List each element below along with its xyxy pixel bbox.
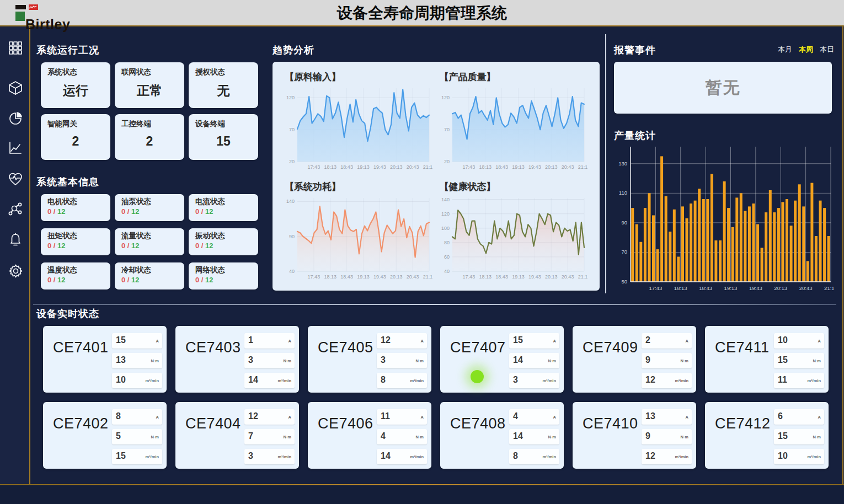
svg-text:20:13: 20:13 xyxy=(390,164,403,170)
info-card: 扭矩状态0 / 12 xyxy=(41,228,110,255)
svg-text:20:13: 20:13 xyxy=(544,274,557,280)
info-card: 油泵状态0 / 12 xyxy=(115,194,184,221)
info-card: 温度状态0 / 12 xyxy=(41,262,110,289)
trend-line-icon[interactable] xyxy=(7,140,24,156)
svg-text:18:43: 18:43 xyxy=(340,274,353,280)
svg-text:21:13: 21:13 xyxy=(423,164,432,170)
device-name: CE7401 xyxy=(53,339,109,356)
metric-value: 13 xyxy=(645,411,655,421)
device-card-CE7405[interactable]: CE740512A3N·m8m³/min xyxy=(308,326,431,393)
info-card: 振动状态0 / 12 xyxy=(189,228,258,255)
pie-chart-icon[interactable] xyxy=(7,110,24,127)
device-metric-row: 4N·m xyxy=(377,429,427,444)
svg-text:20: 20 xyxy=(289,159,295,164)
metric-value: 15 xyxy=(116,451,126,461)
device-metric-row: 13N·m xyxy=(112,353,162,368)
svg-text:21:13: 21:13 xyxy=(824,285,834,291)
metric-value: 12 xyxy=(645,375,655,385)
metric-unit: A xyxy=(818,415,821,420)
device-metric-row: 3N·m xyxy=(244,353,295,368)
device-metric-row: 5N·m xyxy=(112,429,162,444)
chart-title: 【健康状态】 xyxy=(440,180,592,193)
status-card-value: 运行 xyxy=(47,82,104,99)
info-card-label: 扭矩状态 xyxy=(47,231,104,241)
metric-unit: N·m xyxy=(548,358,556,363)
metric-value: 1 xyxy=(248,335,253,345)
device-card-CE7411[interactable]: CE741110A15N·m11m³/min xyxy=(705,326,829,393)
metric-unit: A xyxy=(289,415,291,420)
device-card-CE7402[interactable]: CE74028A5N·m15m³/min xyxy=(43,402,167,469)
section-title-system-status: 系统运行工况 xyxy=(36,44,99,57)
svg-text:20:43: 20:43 xyxy=(799,285,813,291)
device-card-CE7412[interactable]: CE74126A15N·m10m³/min xyxy=(705,402,829,469)
health-monitor-icon[interactable] xyxy=(7,171,24,187)
metric-value: 3 xyxy=(513,375,518,385)
svg-text:19:43: 19:43 xyxy=(528,274,541,280)
svg-text:70: 70 xyxy=(289,127,295,132)
svg-text:18:43: 18:43 xyxy=(340,164,353,170)
metric-unit: A xyxy=(156,415,159,420)
chart-title: 【原料输入】 xyxy=(285,71,437,83)
info-card-value: 0 / 12 xyxy=(47,276,104,284)
metric-unit: m³/min xyxy=(675,454,688,459)
svg-text:17:43: 17:43 xyxy=(308,164,320,170)
alarm-period-tabs: 本月本周本日 xyxy=(614,45,834,55)
settings-gear-icon[interactable] xyxy=(7,262,24,279)
device-card-CE7409[interactable]: CE74092A9N·m12m³/min xyxy=(573,326,696,393)
device-card-CE7401[interactable]: CE740115A13N·m10m³/min xyxy=(43,326,167,393)
device-card-CE7408[interactable]: CE74084A14N·m8m³/min xyxy=(440,402,564,469)
device-name: CE7406 xyxy=(318,415,373,432)
device-card-CE7403[interactable]: CE74031A3N·m14m³/min xyxy=(175,326,299,393)
device-metric-row: 8A xyxy=(112,409,162,425)
device-card-CE7410[interactable]: CE741013A9N·m12m³/min xyxy=(573,402,696,469)
info-card: 流量状态0 / 12 xyxy=(115,228,184,255)
metric-unit: A xyxy=(553,339,556,344)
svg-text:20: 20 xyxy=(444,159,449,164)
svg-text:110: 110 xyxy=(619,190,627,196)
svg-text:18:13: 18:13 xyxy=(324,274,336,280)
metric-unit: N·m xyxy=(283,358,291,363)
status-card-value: 15 xyxy=(195,134,252,149)
device-card-CE7406[interactable]: CE740611A4N·m14m³/min xyxy=(308,402,431,469)
alarm-tab-本日[interactable]: 本日 xyxy=(820,45,834,55)
metric-unit: N·m xyxy=(548,435,556,439)
topology-icon[interactable] xyxy=(7,200,24,217)
device-card-CE7407[interactable]: CE740715A14N·m3m³/min xyxy=(440,326,564,393)
device-card-CE7404[interactable]: CE740412A7N·m3m³/min xyxy=(175,402,299,469)
gold-divider-bottom xyxy=(0,484,844,485)
svg-text:17:43: 17:43 xyxy=(462,164,475,170)
svg-text:17:43: 17:43 xyxy=(649,285,662,291)
device-metric-row: 12A xyxy=(377,333,427,348)
metric-unit: N·m xyxy=(151,435,159,439)
info-card: 电机状态0 / 12 xyxy=(41,194,110,221)
metric-value: 4 xyxy=(381,431,386,441)
device-metric-row: 8m³/min xyxy=(509,449,559,464)
status-card: 联网状态正常 xyxy=(115,62,184,108)
page-title: 设备全寿命周期管理系统 xyxy=(0,3,844,24)
device-metric-row: 12A xyxy=(244,409,295,425)
svg-text:18:43: 18:43 xyxy=(699,285,712,291)
status-card-label: 系统状态 xyxy=(47,67,104,77)
info-card-value: 0 / 12 xyxy=(47,242,104,250)
info-card-label: 油泵状态 xyxy=(121,197,178,207)
metric-value: 12 xyxy=(381,335,391,345)
metric-unit: N·m xyxy=(415,435,424,439)
status-card: 工控终端2 xyxy=(115,114,184,160)
info-card-label: 流量状态 xyxy=(121,231,178,241)
alarm-tab-本周[interactable]: 本周 xyxy=(799,45,813,55)
device-metric-row: 11A xyxy=(377,409,427,425)
device-name: CE7408 xyxy=(450,415,506,432)
apps-menu-icon[interactable] xyxy=(7,40,24,56)
info-card-value: 0 / 12 xyxy=(195,276,252,284)
model-cube-icon[interactable] xyxy=(7,79,24,96)
svg-text:19:43: 19:43 xyxy=(373,274,386,280)
svg-text:90: 90 xyxy=(621,219,627,226)
system-info-cards: 电机状态0 / 12油泵状态0 / 12电流状态0 / 12扭矩状态0 / 12… xyxy=(41,194,259,289)
metric-unit: A xyxy=(686,415,688,420)
metric-value: 8 xyxy=(381,375,386,385)
metric-value: 11 xyxy=(778,375,787,385)
device-metric-row: 10A xyxy=(774,333,824,348)
alarm-bell-icon[interactable] xyxy=(7,232,24,248)
svg-text:17:43: 17:43 xyxy=(308,274,320,280)
alarm-tab-本月[interactable]: 本月 xyxy=(778,45,792,55)
